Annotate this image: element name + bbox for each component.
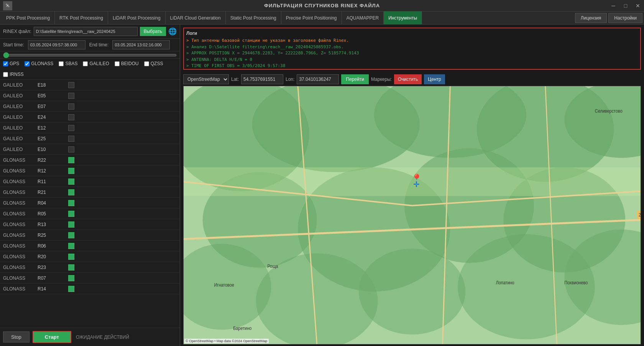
sat-system: GLONASS (3, 168, 38, 174)
map-area[interactable]: 29К-027 Селиверстово Митино Кузьмищево Р… (183, 86, 641, 344)
tab-ppp[interactable]: Precise Point Positioning (281, 11, 342, 25)
nav-bar: PPK Post Processing RTK Post Processing … (0, 11, 644, 25)
sat-system: GALILEO (3, 125, 38, 131)
sat-checkbox-E12[interactable] (68, 125, 74, 131)
choose-button[interactable]: Выбрать (140, 27, 166, 36)
checkbox-qzss[interactable]: QZSS (144, 61, 163, 66)
close-button[interactable]: ✕ (632, 0, 644, 11)
window-controls: ─ □ ✕ (607, 0, 644, 11)
sat-checkbox-R11[interactable] (68, 179, 74, 185)
checkbox-glonass[interactable]: GLONASS (25, 61, 53, 66)
clear-button[interactable]: Очистить (394, 74, 422, 84)
lat-input[interactable] (241, 74, 283, 84)
file-input[interactable] (34, 27, 138, 36)
constellation-checkboxes: GPS GLONASS SBAS GALILEO BEIDOU QZSS (0, 59, 180, 80)
sat-checkbox-E10[interactable] (68, 146, 74, 153)
sat-checkbox-E07[interactable] (68, 103, 74, 110)
tab-rtk[interactable]: RTK Post Processing (55, 11, 108, 25)
stop-button[interactable]: Stop (3, 331, 30, 343)
table-row: GALILEO E24 (0, 112, 180, 123)
sat-checkbox-R21[interactable] (68, 189, 74, 195)
svg-text:Лопатино: Лопатино (496, 280, 514, 285)
sat-system: GLONASS (3, 200, 38, 206)
left-panel: RINEX файл: Выбрать 🌐 Start time: End ti… (0, 25, 180, 346)
sat-system: GLONASS (3, 243, 38, 249)
table-row: GLONASS R13 (0, 219, 180, 230)
start-time-label: Start time: (3, 42, 24, 48)
time-slider[interactable] (3, 54, 177, 56)
table-row: GLONASS R07 (0, 273, 180, 284)
sat-checkbox-R07[interactable] (68, 275, 74, 281)
sat-id: R20 (38, 254, 68, 259)
table-row: GLONASS R11 (0, 176, 180, 187)
file-row: RINEX файл: Выбрать 🌐 (0, 25, 180, 39)
logs-panel: Логи > Тип антенны базовой станции не ук… (183, 28, 641, 70)
sat-system: GLONASS (3, 275, 38, 281)
settings-button[interactable]: Настройки (608, 13, 642, 23)
table-row: GLONASS R20 (0, 251, 180, 262)
log-line: > Тип антенны базовой станции не указан … (186, 38, 638, 44)
checkbox-gps[interactable]: GPS (3, 61, 19, 66)
svg-text:Игнатовое: Игнатовое (214, 282, 234, 288)
tab-lidar[interactable]: LiDAR Post Processing (108, 11, 166, 25)
svg-text:Роща: Роща (268, 263, 278, 269)
sat-system: GLONASS (3, 179, 38, 184)
tab-aquamapper[interactable]: AQUAMAPPER (342, 11, 384, 25)
sat-checkbox-E25[interactable] (68, 136, 74, 142)
sat-system: GLONASS (3, 190, 38, 195)
tab-static[interactable]: Static Post Processing (226, 11, 281, 25)
lon-input[interactable] (297, 74, 339, 84)
sat-id: E24 (38, 115, 68, 120)
time-row: Start time: End time: (0, 39, 180, 51)
sat-id: E25 (38, 136, 68, 141)
sat-checkbox-R25[interactable] (68, 232, 74, 238)
sat-checkbox-R14[interactable] (68, 286, 74, 292)
globe-icon[interactable]: 🌐 (168, 27, 177, 36)
sat-system: GLONASS (3, 211, 38, 216)
sat-checkbox-R22[interactable] (68, 157, 74, 163)
sat-checkbox-R06[interactable] (68, 243, 74, 249)
maximize-button[interactable]: □ (619, 0, 632, 11)
checkbox-sbas[interactable]: SBAS (59, 61, 77, 66)
sat-id: E05 (38, 93, 68, 98)
sat-system: GALILEO (3, 104, 38, 109)
goto-button[interactable]: Перейти (341, 74, 369, 84)
sat-checkbox-E24[interactable] (68, 114, 74, 120)
sat-checkbox-R04[interactable] (68, 200, 74, 206)
sat-checkbox-E18[interactable] (68, 82, 74, 88)
license-button[interactable]: Лицензия (575, 13, 607, 23)
map-controls: OpenStreetMap Lat: Lon: Перейти Маркеры:… (180, 73, 644, 86)
sat-id: R22 (38, 157, 68, 163)
sat-checkbox-R20[interactable] (68, 254, 74, 260)
sat-id: R21 (38, 190, 68, 195)
end-time-input[interactable] (112, 40, 170, 49)
sat-system: GLONASS (3, 286, 38, 292)
checkbox-beidou[interactable]: BEIDOU (115, 61, 139, 66)
sat-id: E12 (38, 125, 68, 131)
file-label: RINEX файл: (3, 29, 31, 34)
tab-ppk[interactable]: PPK Post Processing (2, 11, 55, 25)
log-lines: > Тип антенны базовой станции не указан … (186, 38, 638, 70)
sat-checkbox-E05[interactable] (68, 93, 74, 99)
checkbox-irnss[interactable]: IRNSS (3, 72, 24, 77)
start-button[interactable]: Старт (33, 331, 71, 343)
sat-checkbox-R12[interactable] (68, 168, 74, 174)
sat-id: E07 (38, 104, 68, 109)
table-row: GLONASS R12 (0, 166, 180, 176)
sat-id: E10 (38, 147, 68, 152)
map-type-select[interactable]: OpenStreetMap (183, 74, 229, 84)
title-bar: 🛰 ФИЛЬТРАЦИЯ СПУТНИКОВ RINEX ФАЙЛА ─ □ ✕ (0, 0, 644, 11)
start-time-input[interactable] (28, 40, 85, 49)
checkbox-galileo[interactable]: GALILEO (83, 61, 109, 66)
center-button[interactable]: Центр (424, 74, 445, 84)
table-row: GALILEO E07 (0, 101, 180, 112)
sat-checkbox-R23[interactable] (68, 264, 74, 271)
tab-lidar-cloud[interactable]: LiDAR Cloud Generation (166, 11, 226, 25)
app-logo: 🛰 (3, 1, 12, 10)
sat-checkbox-R13[interactable] (68, 221, 74, 228)
tab-tools[interactable]: Инструменты (384, 11, 422, 25)
minimize-button[interactable]: ─ (607, 0, 619, 11)
sat-checkbox-R05[interactable] (68, 211, 74, 217)
logs-title: Логи (186, 31, 638, 36)
table-row: GLONASS R04 (0, 198, 180, 208)
